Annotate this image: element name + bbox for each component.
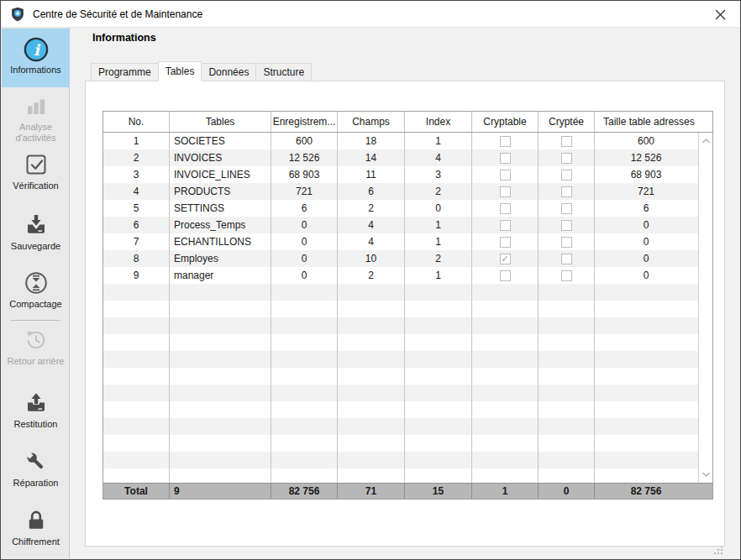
total-taille: 82 756 bbox=[595, 484, 712, 499]
table-cell bbox=[170, 452, 271, 468]
total-cryptable: 1 bbox=[472, 484, 539, 499]
table-cell: 600 bbox=[595, 133, 712, 149]
cryptee-checkbox[interactable] bbox=[561, 186, 572, 197]
sidebar-item-reparation[interactable]: Réparation bbox=[2, 449, 70, 489]
table-row[interactable] bbox=[103, 435, 712, 452]
table-row[interactable]: 5SETTINGS6206 bbox=[103, 200, 712, 217]
table-row[interactable]: 9manager0210 bbox=[103, 267, 712, 284]
cryptee-checkbox[interactable] bbox=[561, 153, 572, 164]
table-cell bbox=[271, 284, 338, 301]
cryptable-checkbox[interactable] bbox=[500, 237, 511, 248]
chevron-down-icon[interactable] bbox=[699, 468, 712, 481]
sidebar-item-chiffrement[interactable]: Chiffrement bbox=[2, 508, 70, 547]
sidebar-item-sauvegarde[interactable]: Sauvegarde bbox=[2, 212, 70, 252]
column-header-index[interactable]: Index bbox=[405, 112, 472, 132]
table-cell bbox=[595, 368, 712, 385]
table-row[interactable] bbox=[103, 284, 712, 301]
resize-grip[interactable] bbox=[714, 546, 723, 554]
sidebar-item-label: Informations bbox=[2, 65, 70, 76]
history-clock-icon bbox=[23, 327, 50, 354]
vertical-scrollbar[interactable] bbox=[698, 133, 712, 483]
table-cell bbox=[405, 317, 472, 334]
table-cell: 4 bbox=[405, 149, 472, 166]
table-row[interactable]: 3INVOICE_LINES68 90311368 903 bbox=[103, 166, 712, 183]
table-cell: 6 bbox=[271, 200, 338, 217]
table-cell bbox=[170, 317, 271, 334]
cryptable-checkbox[interactable] bbox=[500, 186, 511, 197]
table-cell bbox=[405, 435, 472, 452]
cryptee-checkbox[interactable] bbox=[561, 220, 572, 231]
tab-programme[interactable]: Programme bbox=[91, 63, 159, 81]
table-cell bbox=[338, 351, 405, 368]
sidebar-item-analyse[interactable]: Analyse d'activités bbox=[2, 93, 70, 144]
table-row[interactable] bbox=[103, 368, 712, 385]
table-row[interactable] bbox=[103, 351, 712, 368]
column-header-champs[interactable]: Champs bbox=[338, 112, 405, 132]
table-cell bbox=[539, 418, 595, 435]
close-button[interactable] bbox=[701, 2, 739, 28]
sidebar-item-retour-arriere[interactable]: Retour arrière bbox=[2, 327, 70, 367]
table-cell bbox=[103, 401, 170, 418]
table-cell bbox=[539, 317, 595, 334]
table-cell: Employes bbox=[170, 250, 271, 267]
cryptable-checkbox[interactable] bbox=[500, 220, 511, 231]
cryptable-checkbox[interactable] bbox=[500, 254, 511, 264]
table-row[interactable]: 2INVOICES12 52614412 526 bbox=[103, 149, 712, 166]
chevron-up-icon[interactable] bbox=[699, 134, 712, 148]
table-row[interactable] bbox=[103, 401, 712, 418]
table-row[interactable] bbox=[103, 334, 712, 351]
table-cell: INVOICES bbox=[170, 149, 271, 166]
table-cell: 6 bbox=[103, 217, 170, 233]
table-row[interactable]: 1SOCIETES600181600 bbox=[103, 133, 712, 149]
table-row[interactable]: 4PRODUCTS72162721 bbox=[103, 183, 712, 200]
cryptee-checkbox[interactable] bbox=[561, 170, 572, 181]
sidebar-item-informations[interactable]: i Informations bbox=[2, 29, 70, 87]
table-cell bbox=[472, 166, 539, 183]
table-row[interactable] bbox=[103, 385, 712, 401]
table-row[interactable] bbox=[103, 301, 712, 317]
cryptee-checkbox[interactable] bbox=[561, 203, 572, 214]
column-header-no[interactable]: No. bbox=[103, 112, 170, 132]
cryptee-checkbox[interactable] bbox=[561, 136, 572, 147]
table-cell bbox=[472, 284, 539, 301]
table-cell bbox=[595, 418, 712, 435]
cryptee-checkbox[interactable] bbox=[561, 237, 572, 248]
table-row[interactable] bbox=[103, 452, 712, 468]
activity-bars-icon bbox=[23, 93, 50, 120]
column-header-cryptable[interactable]: Cryptable bbox=[472, 112, 539, 132]
table-row[interactable]: 7ECHANTILLONS0410 bbox=[103, 233, 712, 250]
sidebar-item-restitution[interactable]: Restitution bbox=[2, 390, 70, 430]
cryptable-checkbox[interactable] bbox=[500, 270, 511, 281]
table-row[interactable] bbox=[103, 418, 712, 435]
tab-donnees[interactable]: Données bbox=[201, 63, 256, 81]
cryptable-checkbox[interactable] bbox=[500, 203, 511, 214]
table-cell bbox=[405, 334, 472, 351]
cryptee-checkbox[interactable] bbox=[561, 270, 572, 281]
table-row[interactable]: 8Employes01020 bbox=[103, 250, 712, 267]
total-fields: 71 bbox=[338, 484, 405, 499]
tab-tables[interactable]: Tables bbox=[158, 61, 202, 81]
table-cell bbox=[472, 435, 539, 452]
column-header-cryptee[interactable]: Cryptée bbox=[539, 112, 595, 132]
table-cell bbox=[472, 301, 539, 317]
cryptable-checkbox[interactable] bbox=[500, 153, 511, 164]
column-header-enregistrements[interactable]: Enregistrem... bbox=[271, 112, 338, 132]
table-cell bbox=[595, 317, 712, 334]
column-header-tables[interactable]: Tables bbox=[170, 112, 271, 132]
cryptable-checkbox[interactable] bbox=[500, 170, 511, 181]
column-header-taille[interactable]: Taille table adresses bbox=[595, 112, 712, 132]
table-cell bbox=[170, 401, 271, 418]
table-cell bbox=[103, 452, 170, 468]
table-row[interactable] bbox=[103, 468, 712, 483]
table-cell bbox=[170, 368, 271, 385]
sidebar-divider bbox=[11, 320, 60, 321]
cryptee-checkbox[interactable] bbox=[561, 254, 572, 264]
tab-bar: Programme Tables Données Structure bbox=[91, 61, 311, 81]
sidebar-item-verification[interactable]: Vérification bbox=[2, 152, 70, 191]
tab-structure[interactable]: Structure bbox=[255, 63, 312, 81]
cryptable-checkbox[interactable] bbox=[500, 136, 511, 147]
table-cell bbox=[472, 468, 539, 483]
table-row[interactable]: 6Process_Temps0410 bbox=[103, 217, 712, 233]
table-row[interactable] bbox=[103, 317, 712, 334]
sidebar-item-compactage[interactable]: Compactage bbox=[2, 270, 70, 310]
